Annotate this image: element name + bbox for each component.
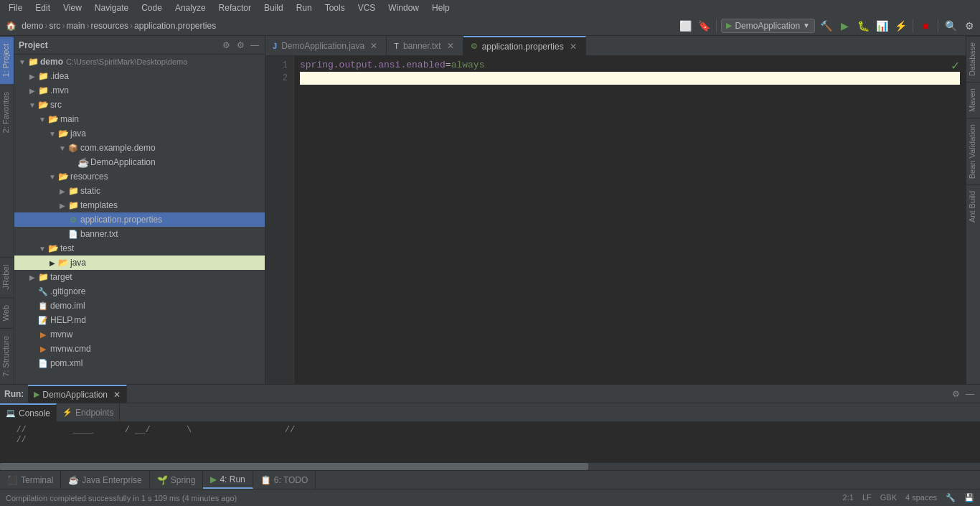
status-indent[interactable]: 4 spaces bbox=[905, 493, 937, 502]
menu-view[interactable]: View bbox=[57, 1, 88, 14]
right-tab-maven[interactable]: Maven bbox=[966, 82, 980, 118]
sidebar-tab-project[interactable]: 1: Project bbox=[0, 36, 14, 84]
tree-java-src[interactable]: ▼ 📂 java bbox=[14, 126, 265, 141]
run-tab-config[interactable]: ▶ DemoApplication ✕ bbox=[28, 385, 127, 403]
toolbar-profile-btn[interactable]: ⚡ bbox=[892, 18, 908, 34]
breadcrumb-main[interactable]: main bbox=[66, 21, 85, 31]
menu-code[interactable]: Code bbox=[136, 1, 168, 14]
bottom-tab-run[interactable]: ▶ 4: Run bbox=[203, 471, 253, 489]
tree-main[interactable]: ▼ 📂 main bbox=[14, 112, 265, 126]
bottom-tab-terminal[interactable]: ⬛ Terminal bbox=[0, 471, 61, 489]
tree-pom-xml[interactable]: 📄 pom.xml bbox=[14, 356, 265, 370]
tree-resources-arrow[interactable]: ▼ bbox=[47, 173, 57, 181]
run-settings-btn[interactable]: ⚙ bbox=[950, 388, 961, 400]
menu-navigate[interactable]: Navigate bbox=[89, 1, 134, 14]
tree-root[interactable]: ▼ 📁 demo C:\Users\SpiritMark\Desktop\dem… bbox=[14, 55, 265, 69]
sidebar-tab-jrebel[interactable]: JRebel bbox=[0, 257, 14, 296]
bottom-tab-todo[interactable]: 📋 6: TODO bbox=[253, 471, 316, 489]
menu-run[interactable]: Run bbox=[291, 1, 318, 14]
run-minimize-btn[interactable]: — bbox=[964, 388, 976, 400]
breadcrumb-src[interactable]: src bbox=[49, 21, 60, 31]
tree-target-arrow[interactable]: ▶ bbox=[27, 273, 37, 281]
tab-app-properties-close[interactable]: ✕ bbox=[568, 42, 578, 52]
toolbar-search-btn[interactable]: 🔍 bbox=[943, 18, 958, 34]
tree-package-arrow[interactable]: ▼ bbox=[57, 144, 67, 152]
tab-banner[interactable]: T banner.txt ✕ bbox=[387, 36, 463, 55]
tree-main-arrow[interactable]: ▼ bbox=[37, 116, 47, 123]
tree-resources[interactable]: ▼ 📂 resources bbox=[14, 169, 265, 184]
status-encoding[interactable]: LF bbox=[862, 493, 872, 502]
tree-templates[interactable]: ▶ 📁 templates bbox=[14, 198, 265, 212]
tree-idea[interactable]: ▶ 📁 .idea bbox=[14, 69, 265, 83]
tree-static-arrow[interactable]: ▶ bbox=[57, 187, 67, 195]
menu-tools[interactable]: Tools bbox=[319, 1, 351, 14]
menu-help[interactable]: Help bbox=[426, 1, 456, 14]
sidebar-tab-favorites[interactable]: 2: Favorites bbox=[0, 84, 14, 140]
breadcrumb-resources[interactable]: resources bbox=[90, 21, 128, 31]
status-charset[interactable]: GBK bbox=[880, 493, 897, 502]
run-scrollbar-thumb[interactable] bbox=[0, 463, 588, 470]
tree-demo-app[interactable]: ☕ DemoApplication bbox=[14, 155, 265, 169]
run-endpoints-tab[interactable]: ⚡ Endpoints bbox=[57, 403, 120, 421]
code-content[interactable]: spring.output.ansi.enabled=always bbox=[294, 56, 966, 384]
breadcrumb-demo[interactable]: demo bbox=[22, 21, 43, 31]
toolbar-settings-btn[interactable]: ⚙ bbox=[961, 18, 977, 34]
status-extra-icon2[interactable]: 💾 bbox=[964, 493, 974, 502]
code-editor[interactable]: 1 2 spring.output.ansi.enabled=always ✓ bbox=[265, 56, 966, 384]
run-content[interactable]: // ____ / __/ \ // // bbox=[0, 422, 980, 463]
toolbar-run-btn[interactable]: ▶ bbox=[837, 18, 852, 34]
menu-analyze[interactable]: Analyze bbox=[169, 1, 212, 14]
tree-demo-iml[interactable]: 📋 demo.iml bbox=[14, 299, 265, 313]
sidebar-tab-structure[interactable]: 7: Structure bbox=[0, 328, 14, 384]
right-tab-bean-validation[interactable]: Bean Validation bbox=[966, 118, 980, 184]
tree-root-arrow[interactable]: ▼ bbox=[17, 58, 27, 66]
right-tab-ant-build[interactable]: Ant Build bbox=[966, 184, 980, 228]
menu-refactor[interactable]: Refactor bbox=[213, 1, 257, 14]
tree-java-test[interactable]: ▶ 📂 java bbox=[14, 256, 265, 270]
run-config-close[interactable]: ✕ bbox=[113, 390, 121, 400]
bottom-tab-spring[interactable]: 🌱 Spring bbox=[150, 471, 204, 489]
tree-target[interactable]: ▶ 📁 target bbox=[14, 270, 265, 284]
tree-templates-arrow[interactable]: ▶ bbox=[57, 202, 67, 210]
menu-window[interactable]: Window bbox=[382, 1, 425, 14]
toolbar-back-btn[interactable]: ⬜ bbox=[677, 18, 693, 34]
tab-demo-application-close[interactable]: ✕ bbox=[369, 41, 379, 51]
tree-src[interactable]: ▼ 📂 src bbox=[14, 98, 265, 112]
tab-demo-application[interactable]: J DemoApplication.java ✕ bbox=[265, 36, 387, 55]
tree-java-test-arrow[interactable]: ▶ bbox=[47, 259, 57, 267]
tab-banner-close[interactable]: ✕ bbox=[446, 41, 456, 51]
tree-mvnw[interactable]: ▶ mvnw bbox=[14, 327, 265, 342]
tree-mvnw-cmd[interactable]: ▶ mvnw.cmd bbox=[14, 342, 265, 356]
right-tab-database[interactable]: Database bbox=[966, 36, 980, 82]
sidebar-tab-web[interactable]: Web bbox=[0, 297, 14, 328]
tree-mvn[interactable]: ▶ 📁 .mvn bbox=[14, 83, 265, 98]
tree-package[interactable]: ▼ 📦 com.example.demo bbox=[14, 141, 265, 155]
menu-edit[interactable]: Edit bbox=[29, 1, 56, 14]
menu-file[interactable]: File bbox=[3, 1, 28, 14]
tree-app-properties[interactable]: ⚙ application.properties bbox=[14, 212, 265, 227]
tree-src-arrow[interactable]: ▼ bbox=[27, 101, 37, 109]
tree-java-src-arrow[interactable]: ▼ bbox=[47, 130, 57, 138]
tree-idea-arrow[interactable]: ▶ bbox=[27, 72, 37, 80]
breadcrumb-file[interactable]: application.properties bbox=[134, 21, 216, 31]
toolbar-stop-btn[interactable]: ■ bbox=[918, 18, 933, 34]
bottom-tab-java-enterprise[interactable]: ☕ Java Enterprise bbox=[61, 471, 149, 489]
status-extra-icon[interactable]: 🔧 bbox=[946, 493, 956, 502]
panel-gear-btn[interactable]: ⚙ bbox=[235, 39, 246, 51]
tree-help-md[interactable]: 📝 HELP.md bbox=[14, 313, 265, 327]
status-position[interactable]: 2:1 bbox=[843, 493, 854, 502]
toolbar-debug-btn[interactable]: 🐛 bbox=[855, 18, 871, 34]
toolbar-build-btn[interactable]: 🔨 bbox=[818, 18, 834, 34]
tree-mvn-arrow[interactable]: ▶ bbox=[27, 87, 37, 95]
tree-test-arrow[interactable]: ▼ bbox=[37, 245, 47, 253]
menu-build[interactable]: Build bbox=[258, 1, 289, 14]
menu-vcs[interactable]: VCS bbox=[352, 1, 382, 14]
tree-gitignore[interactable]: 🔧 .gitignore bbox=[14, 284, 265, 299]
run-config-selector[interactable]: ▶ DemoApplication ▼ bbox=[721, 19, 815, 33]
toolbar-coverage-btn[interactable]: 📊 bbox=[874, 18, 890, 34]
panel-close-btn[interactable]: — bbox=[249, 39, 260, 51]
run-scrollbar[interactable] bbox=[0, 463, 980, 470]
tree-banner[interactable]: 📄 banner.txt bbox=[14, 227, 265, 241]
run-console-tab[interactable]: 💻 Console bbox=[0, 403, 57, 421]
toolbar-bookmark-btn[interactable]: 🔖 bbox=[696, 18, 712, 34]
